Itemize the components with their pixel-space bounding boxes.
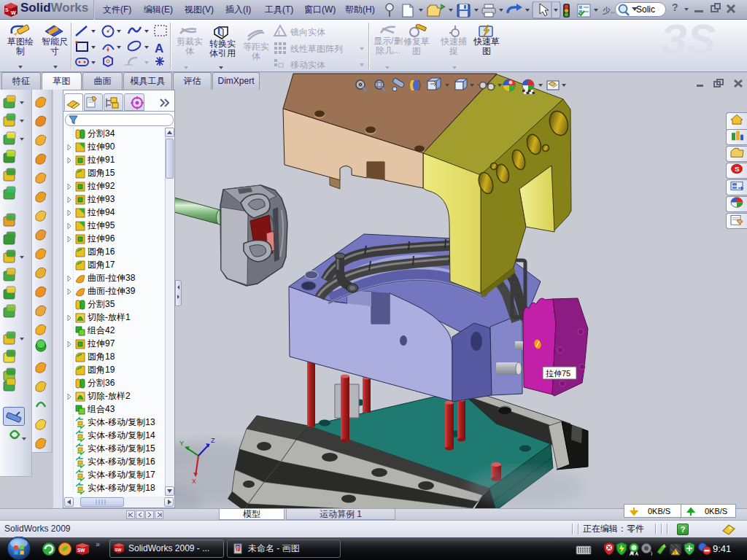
svg-text:W: W <box>11 10 16 15</box>
svg-text:S: S <box>5 7 9 12</box>
svg-text:X: X <box>192 478 196 485</box>
svg-text:!: ! <box>674 550 676 555</box>
svg-text:SW: SW <box>77 548 85 553</box>
svg-text:S: S <box>735 166 740 173</box>
svg-text:!: ! <box>278 29 280 36</box>
svg-text:拉伸75: 拉伸75 <box>546 369 570 378</box>
svg-text:Y: Y <box>179 440 184 447</box>
svg-text:少..: 少.. <box>603 6 615 15</box>
svg-text:SW: SW <box>115 548 123 552</box>
svg-text:A: A <box>155 42 163 55</box>
svg-text:Z: Z <box>211 437 215 444</box>
